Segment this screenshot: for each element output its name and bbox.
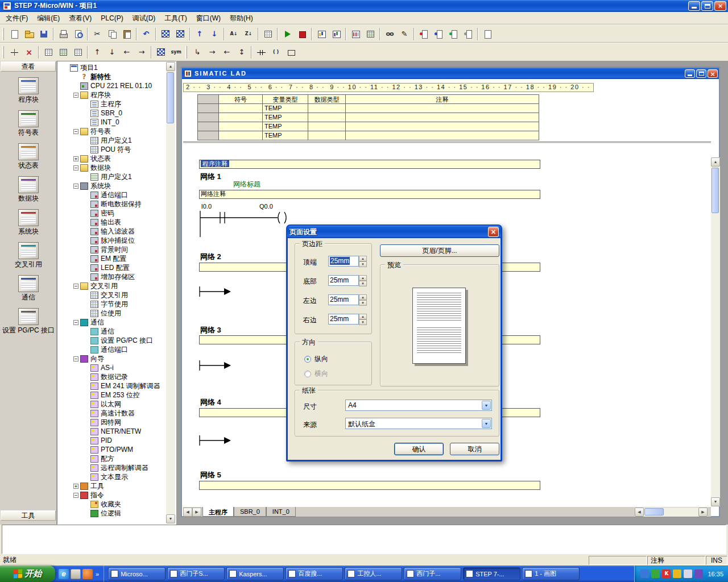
lad-titlebar[interactable]: SIMATIC LAD × bbox=[182, 68, 719, 79]
tray-update-icon[interactable] bbox=[673, 569, 681, 578]
menu-window[interactable]: 窗口(W) bbox=[192, 12, 225, 25]
cancel-button[interactable]: 取消 bbox=[450, 443, 499, 455]
tree-toggle-tools[interactable]: + bbox=[73, 484, 78, 489]
tree-item-int-0[interactable]: INT_0 bbox=[59, 118, 166, 127]
tree-item-cross-reference[interactable]: 交叉引用 bbox=[59, 290, 166, 300]
single-read-button[interactable] bbox=[363, 27, 377, 41]
compile-button[interactable] bbox=[159, 27, 172, 41]
tree-item-whats-new[interactable]: 新特性 bbox=[59, 72, 166, 81]
tree-item-communications-folder[interactable]: −通信 bbox=[59, 318, 166, 327]
insert-right-button[interactable]: → bbox=[205, 45, 219, 59]
lad-vertical-scrollbar[interactable]: ▲ ▼ bbox=[711, 157, 720, 506]
tree-item-remote-modem[interactable]: 远程调制解调器 bbox=[59, 463, 166, 472]
line-left-button[interactable]: ← bbox=[120, 45, 134, 59]
view-set-pgpc-interface[interactable]: 设置 PG/PC 接口 bbox=[0, 304, 57, 337]
margin-top-input[interactable]: 25mm bbox=[328, 256, 359, 267]
download-button[interactable]: ↓ bbox=[208, 27, 221, 41]
tree-item-status-chart[interactable]: +状态表 bbox=[59, 154, 166, 163]
menu-view[interactable]: 查看(V) bbox=[64, 12, 96, 25]
lad-close-button[interactable]: × bbox=[708, 69, 718, 78]
view-section-header[interactable]: 查看 bbox=[1, 61, 56, 72]
program-status-button[interactable] bbox=[315, 27, 328, 41]
view-exec-status-button[interactable] bbox=[71, 45, 85, 59]
menu-file[interactable]: 文件(F) bbox=[1, 12, 32, 25]
tree-toggle-cross-reference-folder[interactable]: − bbox=[73, 284, 78, 289]
ql-internet-explorer-icon[interactable]: e bbox=[59, 569, 69, 579]
tree-item-program-block[interactable]: −程序块 bbox=[59, 90, 166, 99]
paste-button[interactable] bbox=[120, 27, 134, 41]
toggle-addressing-button[interactable] bbox=[154, 45, 168, 59]
app-minimize-button[interactable] bbox=[688, 1, 700, 11]
tray-safety-icon[interactable] bbox=[651, 569, 660, 578]
variable-table-cell[interactable] bbox=[346, 131, 539, 140]
lad-vscroll-track[interactable] bbox=[711, 167, 720, 497]
open-project-button[interactable] bbox=[22, 27, 36, 41]
taskbar-paint[interactable]: 1 - 画图 bbox=[522, 567, 580, 580]
line-up-button[interactable]: ↑ bbox=[90, 45, 104, 59]
variable-table-cell[interactable] bbox=[346, 104, 539, 113]
tree-toggle-instructions[interactable]: − bbox=[73, 493, 78, 498]
taskbar-kaspersky[interactable]: Kaspers... bbox=[226, 567, 284, 580]
row-header-cell[interactable] bbox=[197, 104, 219, 113]
tree-item-bit-logic[interactable]: 位逻辑 bbox=[59, 509, 166, 518]
network-1-title[interactable]: 网络标题 bbox=[233, 180, 260, 189]
properties-button[interactable] bbox=[481, 27, 494, 41]
row-header-cell[interactable] bbox=[197, 113, 219, 122]
tree-item-ethernet[interactable]: 以太网 bbox=[59, 400, 166, 409]
contact-operand[interactable]: I0.0 bbox=[194, 203, 219, 210]
tree-toggle-program-block[interactable]: − bbox=[73, 93, 78, 98]
ql-show-desktop-icon[interactable] bbox=[71, 569, 81, 579]
scroll-down-icon[interactable]: ▼ bbox=[166, 514, 175, 523]
print-button[interactable] bbox=[56, 27, 70, 41]
spin-down-icon[interactable]: ▼ bbox=[359, 300, 367, 306]
network-comments-button[interactable] bbox=[56, 45, 70, 59]
variable-table-cell[interactable] bbox=[219, 113, 263, 122]
tree-item-text-display[interactable]: 文本显示 bbox=[59, 472, 166, 481]
tree-item-input-filters[interactable]: 输入滤波器 bbox=[59, 227, 166, 236]
insert-contact-button[interactable] bbox=[254, 45, 268, 59]
tree-item-em241-modem[interactable]: EM 241 调制解调器 bbox=[59, 381, 166, 390]
variable-table-cell[interactable]: TEMP bbox=[263, 122, 308, 131]
variable-table-cell[interactable]: TEMP bbox=[263, 131, 308, 140]
tab-scroll-left-icon[interactable]: ◀ bbox=[183, 508, 192, 517]
tree-item-system-block[interactable]: −系统块 bbox=[59, 181, 166, 190]
menu-help[interactable]: 帮助(H) bbox=[225, 12, 258, 25]
tools-section-header[interactable]: 工具 bbox=[1, 510, 56, 521]
lad-minimize-button[interactable] bbox=[685, 69, 695, 78]
sort-descending-button[interactable]: Z↓ bbox=[242, 27, 255, 41]
tab-main-program[interactable]: 主程序 bbox=[202, 507, 234, 517]
variable-table-cell[interactable]: TEMP bbox=[263, 113, 308, 122]
tree-item-internet[interactable]: 因特网 bbox=[59, 418, 166, 427]
start-button[interactable]: 开始 bbox=[0, 566, 55, 582]
tree-item-bit-usage[interactable]: 位使用 bbox=[59, 309, 166, 318]
variable-table-cell[interactable] bbox=[308, 122, 346, 131]
sort-ascending-button[interactable]: A↓ bbox=[227, 27, 241, 41]
tree-item-favorites[interactable]: 收藏夹 bbox=[59, 500, 166, 509]
spin-up-icon[interactable]: ▲ bbox=[359, 314, 367, 319]
orientation-landscape[interactable]: 横向 bbox=[301, 365, 369, 380]
app-close-button[interactable]: × bbox=[714, 1, 726, 11]
lad-hscroll-track[interactable] bbox=[644, 508, 698, 517]
margin-bottom-input[interactable]: 25mm bbox=[328, 275, 359, 286]
tree-item-background-time[interactable]: 背景时间 bbox=[59, 245, 166, 254]
tree-item-data-user-defined-1[interactable]: 用户定义1 bbox=[59, 172, 166, 181]
tree-item-communication-ports[interactable]: 通信端口 bbox=[59, 345, 166, 354]
ql-overflow-chevron-icon[interactable]: » bbox=[94, 571, 100, 577]
print-preview-button[interactable] bbox=[71, 27, 85, 41]
program-comment-bar[interactable]: 程序注释 bbox=[199, 160, 540, 169]
network-3-rung[interactable] bbox=[199, 358, 233, 373]
scroll-up-icon[interactable]: ▲ bbox=[166, 62, 175, 71]
header-footer-button[interactable]: 页眉/页脚... bbox=[380, 244, 499, 257]
lad-hscroll-thumb[interactable] bbox=[644, 508, 664, 516]
row-header-cell[interactable] bbox=[197, 131, 219, 140]
tree-item-communications[interactable]: 通信 bbox=[59, 327, 166, 336]
tree-scroll-track[interactable] bbox=[166, 71, 175, 514]
variable-table-cell[interactable] bbox=[219, 131, 263, 140]
tree-item-instructions[interactable]: −指令 bbox=[59, 490, 166, 500]
lad-restore-button[interactable] bbox=[696, 69, 706, 78]
view-data-block[interactable]: 数据块 bbox=[0, 172, 57, 205]
view-symbolic-addressing-button[interactable]: oo bbox=[383, 27, 396, 41]
spin-down-icon[interactable]: ▼ bbox=[359, 281, 367, 286]
run-button[interactable] bbox=[280, 27, 294, 41]
spin-down-icon[interactable]: ▼ bbox=[359, 319, 367, 325]
